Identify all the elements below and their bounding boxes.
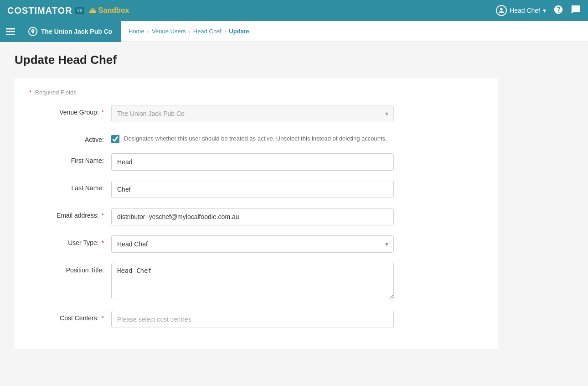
active-control: Designates whether this user should be t…	[111, 132, 394, 143]
cost-centers-input[interactable]	[111, 311, 394, 328]
user-type-label: User Type: *	[29, 235, 111, 246]
breadcrumb-sep-1: ›	[147, 28, 149, 35]
user-type-required: *	[102, 239, 104, 246]
sandbox-icon: ⛰	[89, 6, 96, 15]
topnav-right: Head Chef ▾	[496, 5, 581, 17]
help-icon[interactable]	[553, 5, 563, 17]
last-name-control	[111, 181, 394, 198]
breadcrumb-venue-users[interactable]: Venue Users	[152, 28, 186, 35]
breadcrumb-sep-3: ›	[224, 28, 226, 35]
user-type-select[interactable]: Head Chef Venue Manager Administrator St…	[111, 235, 394, 253]
form-container: * Required Fields Venue Group: * The Uni…	[15, 78, 498, 349]
email-label: Email address: *	[29, 208, 111, 219]
venue-group-row: Venue Group: * The Union Jack Pub Co ▾	[29, 105, 483, 122]
last-name-input[interactable]	[111, 181, 394, 198]
cost-centers-label: Cost Centers: *	[29, 311, 111, 322]
breadcrumb-head-chef[interactable]: Head Chef	[193, 28, 222, 35]
user-type-select-wrapper: Head Chef Venue Manager Administrator St…	[111, 235, 394, 253]
user-menu[interactable]: Head Chef ▾	[496, 5, 546, 16]
breadcrumb: Home › Venue Users › Head Chef › Update	[121, 28, 256, 35]
email-required: *	[102, 212, 104, 219]
email-row: Email address: *	[29, 208, 483, 225]
sandbox-label: ⛰ Sandbox	[89, 6, 129, 15]
page-title: Update Head Chef	[15, 53, 573, 67]
active-checkbox-wrapper: Designates whether this user should be t…	[111, 132, 394, 143]
last-name-label: Last Name:	[29, 181, 111, 192]
cost-centers-required: *	[102, 314, 104, 322]
active-checkbox[interactable]	[111, 135, 119, 143]
user-avatar-icon	[496, 5, 507, 16]
hamburger-button[interactable]	[0, 21, 21, 42]
brand: COSTIMATOR V8	[7, 5, 84, 16]
first-name-control	[111, 153, 394, 171]
breadcrumb-current: Update	[229, 28, 249, 35]
sandbox-text: Sandbox	[98, 6, 129, 15]
venue-selector[interactable]: The Union Jack Pub Co	[21, 21, 121, 42]
position-title-control: Head Chef	[111, 263, 394, 301]
chat-icon[interactable]	[571, 5, 581, 17]
user-name: Head Chef	[510, 7, 540, 14]
cost-centers-row: Cost Centers: *	[29, 311, 483, 328]
active-description: Designates whether this user should be t…	[124, 134, 387, 143]
sub-header: The Union Jack Pub Co Home › Venue Users…	[0, 21, 588, 42]
breadcrumb-sep-2: ›	[188, 28, 190, 35]
first-name-label: First Name:	[29, 153, 111, 164]
venue-group-select[interactable]: The Union Jack Pub Co	[111, 105, 394, 122]
last-name-row: Last Name:	[29, 181, 483, 198]
required-note: * Required Fields	[29, 89, 483, 96]
user-type-control: Head Chef Venue Manager Administrator St…	[111, 235, 394, 253]
cost-centers-control	[111, 311, 394, 328]
active-label: Active:	[29, 132, 111, 143]
email-control	[111, 208, 394, 225]
venue-name: The Union Jack Pub Co	[41, 28, 112, 35]
svg-rect-1	[6, 31, 15, 32]
venue-group-label: Venue Group: *	[29, 105, 111, 116]
topnav-left: COSTIMATOR V8 ⛰ Sandbox	[7, 5, 129, 16]
first-name-input[interactable]	[111, 153, 394, 171]
required-text: Required Fields	[35, 89, 77, 96]
required-asterisk: *	[29, 89, 31, 96]
venue-icon	[28, 27, 37, 36]
venue-group-select-wrapper: The Union Jack Pub Co ▾	[111, 105, 394, 122]
svg-rect-2	[6, 34, 15, 35]
position-title-label: Position Title:	[29, 263, 111, 274]
user-dropdown-icon: ▾	[543, 7, 546, 14]
main-content: Update Head Chef * Required Fields Venue…	[0, 42, 588, 386]
email-input[interactable]	[111, 208, 394, 225]
position-title-row: Position Title: Head Chef	[29, 263, 483, 301]
svg-rect-0	[6, 28, 15, 30]
venue-group-required: *	[102, 109, 104, 116]
venue-group-control: The Union Jack Pub Co ▾	[111, 105, 394, 122]
breadcrumb-home[interactable]: Home	[129, 28, 144, 35]
brand-version: V8	[75, 7, 84, 14]
position-title-textarea[interactable]: Head Chef	[111, 263, 394, 299]
active-row: Active: Designates whether this user sho…	[29, 132, 483, 143]
user-type-row: User Type: * Head Chef Venue Manager Adm…	[29, 235, 483, 253]
top-navigation: COSTIMATOR V8 ⛰ Sandbox Head Chef ▾	[0, 0, 588, 21]
brand-name: COSTIMATOR	[7, 5, 72, 16]
first-name-row: First Name:	[29, 153, 483, 171]
